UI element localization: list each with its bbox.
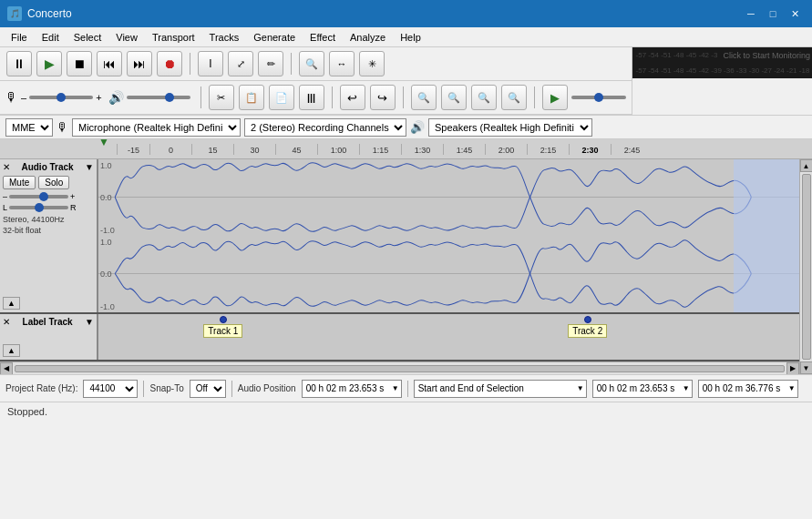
menu-help[interactable]: Help: [393, 30, 428, 45]
stop-button[interactable]: ⏹: [67, 51, 92, 76]
timeline-mark: 1:15: [359, 144, 401, 155]
cut-button[interactable]: ✂: [209, 85, 234, 110]
mute-button[interactable]: Mute: [3, 176, 36, 189]
label-track: ✕ Label Track ▼ ▲ Track 1 Track 2: [0, 314, 799, 361]
bottom-sep1: [143, 381, 144, 397]
timeline-arrow-icon[interactable]: ▼: [98, 139, 109, 148]
zoom-sel-button[interactable]: 🔍: [471, 85, 497, 110]
scroll-down-button[interactable]: ▼: [800, 361, 813, 374]
snap-to-label: Snap-To: [149, 383, 183, 393]
scroll-up-button[interactable]: ▲: [800, 159, 813, 172]
input-volume-slider[interactable]: [29, 96, 93, 99]
meter-click-text[interactable]: Click to Start Monitoring: [717, 51, 810, 60]
hscroll-thumb[interactable]: [15, 365, 785, 372]
close-button[interactable]: ✕: [785, 4, 805, 24]
menu-select[interactable]: Select: [67, 30, 109, 45]
track-volume-slider[interactable]: [9, 195, 68, 198]
label-track-menu-icon[interactable]: ▼: [85, 317, 94, 327]
track-collapse-button[interactable]: ▲: [3, 297, 20, 310]
zoom-in-tool[interactable]: 🔍: [299, 51, 324, 76]
zoom-out-button[interactable]: 🔍: [411, 85, 437, 110]
project-rate-select[interactable]: 44100: [83, 380, 138, 398]
menu-analyze[interactable]: Analyze: [343, 30, 393, 45]
multi-tool[interactable]: ✳: [359, 51, 385, 76]
svg-text:-1.0: -1.0: [100, 226, 115, 235]
extra-play-button[interactable]: ▶: [542, 85, 568, 110]
audio-pos-arrow: ▼: [392, 384, 399, 392]
play-button[interactable]: ▶: [36, 51, 62, 76]
titlebar-left: 🎵 Concerto: [7, 6, 72, 21]
hscrollbar[interactable]: ◀ ▶: [0, 361, 799, 374]
playback-speed-slider[interactable]: [571, 96, 626, 99]
svg-text:0.0: 0.0: [100, 194, 112, 203]
envelope-tool[interactable]: ⤢: [228, 51, 253, 76]
track-info: Stereo, 44100Hz32-bit float: [3, 215, 94, 236]
selection-type-dropdown[interactable]: Start and End of Selection ▼: [414, 380, 587, 398]
ibeam-tool[interactable]: I: [198, 51, 223, 76]
selection-end-input[interactable]: 00 h 02 m 36.776 s ▼: [698, 380, 798, 398]
sel-start-arrow: ▼: [683, 384, 690, 392]
svg-text:0.0: 0.0: [100, 270, 112, 280]
solo-button[interactable]: Solo: [38, 176, 69, 189]
zoom-fit-button[interactable]: 🔍: [501, 85, 527, 110]
label1-pin: [220, 316, 227, 323]
label-track-name: Label Track: [23, 317, 73, 327]
draw-tool[interactable]: ✏: [258, 51, 283, 76]
timeline-mark: 0: [149, 144, 191, 155]
menu-generate[interactable]: Generate: [246, 30, 303, 45]
scroll-left-button[interactable]: ◀: [0, 362, 13, 375]
sel-end-arrow: ▼: [788, 384, 796, 392]
zoom-in-button[interactable]: 🔍: [441, 85, 467, 110]
vscroll-thumb[interactable]: [802, 174, 811, 360]
paste-button[interactable]: 📄: [269, 85, 294, 110]
minimize-button[interactable]: ─: [741, 4, 761, 24]
timeline-mark: 1:30: [401, 144, 443, 155]
audio-position-input[interactable]: 00 h 02 m 23.653 s ▼: [302, 380, 402, 398]
volume-up-icon: +: [96, 92, 101, 103]
menu-effect[interactable]: Effect: [303, 30, 343, 45]
label-track-close[interactable]: ✕: [3, 317, 10, 327]
speaker-select[interactable]: Speakers (Realtek High Definiti: [428, 118, 592, 137]
zoom-fit-tool[interactable]: ↔: [329, 51, 355, 76]
label-track-collapse-button[interactable]: ▲: [3, 344, 20, 357]
copy-button[interactable]: 📋: [239, 85, 264, 110]
scroll-right-button[interactable]: ▶: [786, 362, 799, 375]
mic-select[interactable]: Microphone (Realtek High Defini: [72, 118, 241, 137]
menu-edit[interactable]: Edit: [35, 30, 67, 45]
meter-scale-bottom: -57 -54 -51 -48 -45 -42 -39 -36 -33 -30 …: [636, 66, 812, 75]
menu-view[interactable]: View: [108, 30, 145, 45]
mute-solo-row: Mute Solo: [3, 176, 94, 189]
menu-file[interactable]: File: [4, 30, 35, 45]
redo-button[interactable]: ↪: [370, 85, 396, 110]
skip-back-button[interactable]: ⏮: [97, 51, 122, 76]
label-track-content: Track 1 Track 2: [98, 314, 799, 360]
bottom-sep2: [231, 381, 232, 397]
vol-plus-icon: +: [70, 192, 75, 201]
api-select[interactable]: MME: [5, 118, 53, 137]
undo-button[interactable]: ↩: [340, 85, 365, 110]
audio-track-menu-icon[interactable]: ▼: [85, 162, 94, 172]
tracks-area: ✕ Audio Track ▼ Mute Solo – + L R: [0, 159, 799, 374]
record-button[interactable]: ⏺: [157, 51, 182, 76]
skip-fwd-button[interactable]: ⏭: [127, 51, 152, 76]
menu-tracks[interactable]: Tracks: [202, 30, 247, 45]
channels-select[interactable]: 2 (Stereo) Recording Channels: [244, 118, 406, 137]
pause-button[interactable]: ⏸: [6, 51, 32, 76]
snap-to-select[interactable]: Off: [190, 380, 226, 398]
toolbar-sep6: [534, 86, 535, 108]
timeline-mark: 1:00: [317, 144, 359, 155]
svg-text:1.0: 1.0: [100, 238, 112, 247]
waveform-top-svg: 1.0 0.0 -1.0: [98, 159, 799, 236]
timeline-mark: 2:45: [611, 144, 653, 155]
audio-track-close[interactable]: ✕: [3, 162, 10, 172]
svg-text:-1.0: -1.0: [100, 302, 115, 311]
menu-transport[interactable]: Transport: [145, 30, 202, 45]
trim-button[interactable]: |||: [299, 85, 324, 110]
label2-text: Track 2: [568, 324, 607, 338]
maximize-button[interactable]: □: [763, 4, 783, 24]
timeline-mark: -15: [117, 144, 149, 155]
app-icon: 🎵: [7, 6, 22, 21]
selection-start-input[interactable]: 00 h 02 m 23.653 s ▼: [592, 380, 693, 398]
playback-volume-slider[interactable]: [127, 96, 190, 99]
track-pan-slider[interactable]: [9, 206, 68, 209]
